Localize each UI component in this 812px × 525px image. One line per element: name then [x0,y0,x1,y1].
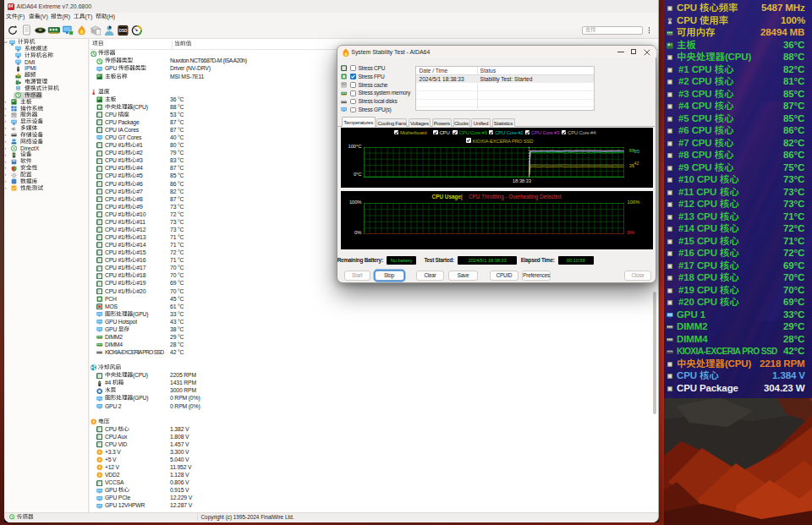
svg-text:3000 RPM: 3000 RPM [170,387,196,393]
svg-text:#19 CPU: #19 CPU [678,285,717,295]
svg-text:12.229 V: 12.229 V [170,495,193,500]
svg-text:38 °C: 38 °C [170,325,184,331]
svg-text:83 °C: 83 °C [170,157,184,163]
svg-text:(GPU): (GPU) [133,395,148,402]
svg-text:GPU: GPU [105,65,117,71]
svg-text:2205 RPM: 2205 RPM [170,372,196,378]
svg-text:#17 CPU: #17 CPU [678,260,717,271]
svg-text:70°C: 70°C [783,272,804,282]
svg-text:DIMM2: DIMM2 [677,321,707,331]
svg-text:69°C: 69°C [783,297,804,307]
svg-text:#5 CPU: #5 CPU [678,113,712,123]
svg-text:86 °C: 86 °C [170,180,184,186]
svg-text:28494 MB: 28494 MB [760,27,804,37]
svg-text:82°C: 82°C [783,64,804,74]
svg-text:#10: #10 [136,211,145,216]
svg-text:CPU: CPU [677,370,697,380]
svg-text:100%: 100% [781,15,805,25]
svg-text:CPU #1/: CPU #1/ [105,165,126,171]
svg-text:+5 V: +5 V [105,457,117,462]
svg-text:#11 CPU: #11 CPU [678,187,716,197]
svg-text:12.287 V: 12.287 V [170,502,193,508]
svg-text:#7: #7 [136,188,143,194]
svg-text:CPU Package: CPU Package [677,383,738,393]
svg-text:(CPU): (CPU) [724,358,751,369]
svg-text:CPU #1/: CPU #1/ [105,272,126,278]
svg-text:85°C: 85°C [783,89,804,99]
svg-text:69°C: 69°C [783,260,804,271]
svg-text:CPU: CPU [105,425,117,431]
svg-text:DIMM4: DIMM4 [105,342,123,347]
svg-text:(CPU): (CPU) [133,103,148,110]
svg-text:Driver (NV-DRV): Driver (NV-DRV) [170,65,211,72]
svg-text:#16: #16 [136,257,145,263]
svg-text:CPU #1/: CPU #1/ [105,195,126,201]
svg-text:#8 CPU: #8 CPU [678,150,712,160]
svg-text:#13 CPU: #13 CPU [678,211,717,221]
svg-text:GPU Hotspot: GPU Hotspot [105,318,137,325]
svg-text:70 °C: 70 °C [170,272,184,278]
svg-text:DIMM4: DIMM4 [677,334,708,344]
svg-text:72°C: 72°C [783,223,804,233]
svg-text:(CPU): (CPU) [724,52,751,62]
svg-text:#2: #2 [136,150,143,156]
svg-text:73°C: 73°C [783,174,804,184]
svg-text:70°C: 70°C [783,285,804,295]
svg-text:0 RPM (0%): 0 RPM (0%) [170,395,200,402]
svg-text:CPU IA Cores: CPU IA Cores [105,127,140,133]
svg-text:(T): (T) [85,14,92,20]
svg-text:70 °C: 70 °C [170,265,184,271]
svg-text:CPU #1/: CPU #1/ [105,287,126,293]
svg-text:CPU #1/: CPU #1/ [105,257,126,263]
svg-text:CPU #1/: CPU #1/ [105,180,126,186]
svg-text:11.952 V: 11.952 V [170,464,192,470]
svg-text:86°C: 86°C [783,125,804,135]
svg-text:0 RPM (0%): 0 RPM (0%) [170,402,200,409]
svg-text:#17: #17 [136,265,145,271]
svg-text:33 °C: 33 °C [170,310,184,316]
svg-text:1.384 V: 1.384 V [772,370,805,380]
svg-text:Nuvoton NCT6687D-M (ISA A20h): Nuvoton NCT6687D-M (ISA A20h) [170,57,247,64]
svg-text:82 °C: 82 °C [170,188,184,194]
svg-text:71 °C: 71 °C [170,242,184,248]
svg-text:0.806 V: 0.806 V [170,479,189,485]
svg-text:CPU #1/: CPU #1/ [105,150,126,156]
svg-text:(GPU): (GPU) [133,310,148,317]
svg-text:#5: #5 [136,172,143,178]
svg-text:1431 RPM: 1431 RPM [170,380,196,386]
svg-text:DirectX: DirectX [20,145,40,150]
svg-text:#4: #4 [105,380,112,386]
svg-text:36°C: 36°C [783,40,804,50]
svg-text:#9: #9 [136,203,143,209]
svg-text:5.040 V: 5.040 V [170,457,189,462]
svg-text:VCCSA: VCCSA [105,479,124,485]
svg-text:DMI: DMI [25,58,36,64]
svg-text:40 °C: 40 °C [170,134,184,140]
svg-text:CPU Package: CPU Package [105,119,140,126]
svg-text:CPU #1/: CPU #1/ [105,218,126,224]
svg-text:CPU #1/: CPU #1/ [105,280,126,286]
svg-text:43 °C: 43 °C [170,318,184,324]
svg-text:#16 CPU: #16 CPU [678,248,717,258]
svg-text:MOS: MOS [105,303,118,309]
svg-text:42°C: 42°C [783,346,804,356]
svg-text:87 °C: 87 °C [170,195,184,201]
svg-text:79 °C: 79 °C [170,150,184,156]
svg-text:#18 CPU: #18 CPU [678,272,717,282]
svg-text:29°C: 29°C [783,321,804,331]
svg-text:73 °C: 73 °C [170,203,184,209]
svg-text:81°C: 81°C [783,76,804,86]
svg-text:#3 CPU: #3 CPU [678,89,712,99]
svg-text:1.128 V: 1.128 V [170,472,189,478]
svg-text:304.23 W: 304.23 W [764,383,805,393]
svg-text:#10 CPU: #10 CPU [678,174,717,184]
svg-text:CPU #1/: CPU #1/ [105,203,126,209]
svg-text:#8: #8 [136,195,143,201]
svg-text:1.382 V: 1.382 V [170,425,189,431]
svg-text:CPU #1/: CPU #1/ [105,211,126,216]
svg-text:#11: #11 [136,218,145,224]
svg-text:#1: #1 [136,142,143,148]
svg-text:#6: #6 [136,180,143,186]
svg-text:71°C: 71°C [783,236,804,246]
svg-text:#18: #18 [136,272,145,278]
